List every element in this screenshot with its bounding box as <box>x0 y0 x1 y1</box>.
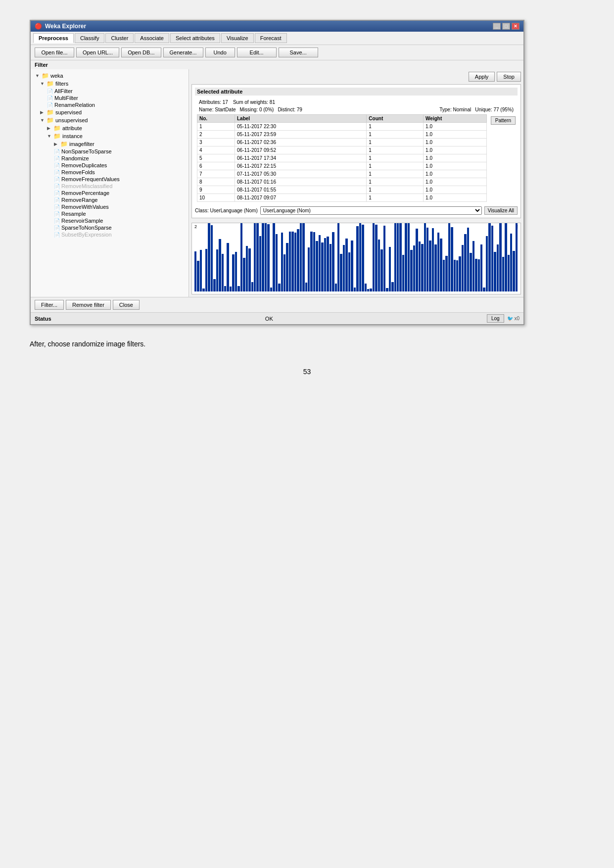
tree-node-supervised[interactable]: ▶ 📁 supervised <box>33 108 186 116</box>
tree-label-removerange: RemoveRange <box>61 197 97 203</box>
histogram-bar <box>429 241 431 291</box>
tree-node-unsupervised[interactable]: ▼ 📁 unsupervised <box>33 116 186 124</box>
table-row: 1008-11-2017 09:0711.0 <box>197 194 487 202</box>
folder-icon-instance: 📁 <box>53 133 61 140</box>
tree-label-subsetbyexpression: SubsetByExpression <box>61 232 112 238</box>
histogram-bar <box>386 288 388 291</box>
save-button[interactable]: Save... <box>279 48 318 57</box>
histogram-bar <box>256 223 258 291</box>
tab-preprocess[interactable]: Preprocess <box>33 33 74 43</box>
log-button[interactable]: Log <box>487 314 504 323</box>
tree-item-randomize[interactable]: 📄 Randomize <box>33 155 186 162</box>
tree-toggle-attribute: ▶ <box>47 126 52 131</box>
file-icon-allfilter: 📄 <box>47 89 53 94</box>
histogram-bar <box>348 252 350 291</box>
histogram-bar <box>419 241 421 291</box>
class-select[interactable]: UserLanguage (Nom) <box>260 206 482 215</box>
histogram-bar <box>456 260 458 291</box>
tab-visualize[interactable]: Visualize <box>221 33 254 43</box>
histogram-bar <box>300 223 302 291</box>
edit-button[interactable]: Edit... <box>237 48 277 57</box>
histogram-bar <box>464 234 466 291</box>
visualize-all-button[interactable]: Visualize All <box>484 206 518 215</box>
tree-toggle-instance: ▼ <box>47 134 52 139</box>
histogram-bar <box>516 223 518 291</box>
tab-cluster[interactable]: Cluster <box>105 33 134 43</box>
col-weight: Weight <box>424 115 487 123</box>
tree-label-attribute: attribute <box>62 125 82 131</box>
tree-node-instance[interactable]: ▼ 📁 instance <box>33 132 186 140</box>
histogram-bar <box>302 223 304 291</box>
histogram-bar <box>281 233 283 291</box>
histogram-bar <box>405 223 407 291</box>
tab-associate[interactable]: Associate <box>135 33 169 43</box>
attr-distinct: Distinct: 79 <box>278 107 302 112</box>
maximize-button[interactable]: □ <box>502 23 510 30</box>
weka-icon: 🔴 <box>35 23 42 30</box>
tree-item-removerange[interactable]: 📄 RemoveRange <box>33 196 186 203</box>
tree-item-removefrequent[interactable]: 📄 RemoveFrequentValues <box>33 176 186 183</box>
close-button[interactable]: ✕ <box>512 23 520 30</box>
apply-button[interactable]: Apply <box>469 72 495 82</box>
histogram-bar <box>391 282 393 291</box>
histogram-bar <box>462 245 464 291</box>
remove-filter-button[interactable]: Remove filter <box>66 300 111 310</box>
tree-label-imagefilter: imagefilter <box>69 141 94 147</box>
histogram-bar <box>291 232 293 291</box>
tree-item-removewithvalues[interactable]: 📄 RemoveWithValues <box>33 203 186 210</box>
tree-node-imagefilter[interactable]: ▶ 📁 imagefilter <box>33 140 186 148</box>
open-db-button[interactable]: Open DB... <box>121 48 161 57</box>
histogram-bar <box>378 240 380 291</box>
tree-item-reservoirsample[interactable]: 📄 ReservoirSample <box>33 217 186 224</box>
histogram-bar <box>505 223 507 291</box>
tree-node-filters[interactable]: ▼ 📁 filters <box>33 80 186 88</box>
histogram-bar <box>375 225 377 291</box>
histogram-bar <box>213 279 215 291</box>
histogram-bar <box>470 253 472 291</box>
histogram-bar <box>448 223 450 291</box>
tree-item-renamerelation[interactable]: 📄 RenameRelation <box>33 101 186 108</box>
minimize-button[interactable]: _ <box>493 23 501 30</box>
generate-button[interactable]: Generate... <box>163 48 203 57</box>
histogram-bar <box>513 251 515 291</box>
tree-item-removepercentage[interactable]: 📄 RemovePercentage <box>33 190 186 196</box>
histogram-bar <box>380 249 382 291</box>
tab-forecast[interactable]: Forecast <box>255 33 287 43</box>
attributes-count: Attributes: 17 <box>199 99 228 105</box>
tree-label-instance: instance <box>62 133 83 139</box>
tree-item-multifilter[interactable]: 📄 MultiFilter <box>33 95 186 101</box>
tree-label-randomize: Randomize <box>61 155 89 161</box>
tree-root-weka[interactable]: ▼ 📁 weka <box>33 72 186 80</box>
tree-item-removeduplicates[interactable]: 📄 RemoveDuplicates <box>33 162 186 169</box>
histogram-bar <box>194 251 196 291</box>
histogram-bar <box>502 257 504 291</box>
histogram-bar <box>424 223 426 291</box>
open-file-button[interactable]: Open file... <box>35 48 74 57</box>
pattern-button[interactable]: Pattern <box>491 116 516 125</box>
open-url-button[interactable]: Open URL... <box>76 48 119 57</box>
filter-label: Filter <box>31 60 523 69</box>
histogram-bar <box>367 289 369 291</box>
col-count: Count <box>367 115 424 123</box>
status-ok: OK <box>265 316 273 322</box>
histogram-bar <box>227 243 229 291</box>
histogram-bar <box>316 241 318 291</box>
tree-node-attribute[interactable]: ▶ 📁 attribute <box>33 124 186 132</box>
histogram-bar <box>356 226 358 291</box>
stop-button[interactable]: Stop <box>497 72 521 82</box>
tab-classify[interactable]: Classify <box>75 33 105 43</box>
close-button[interactable]: Close <box>113 300 140 310</box>
histogram-bar <box>330 244 331 291</box>
tree-item-nonsparseto[interactable]: 📄 NonSparseToSparse <box>33 148 186 155</box>
class-label: Class: UserLanguage (Nom) <box>195 208 258 213</box>
tree-item-resample[interactable]: 📄 Resample <box>33 210 186 217</box>
tree-item-allfilter[interactable]: 📄 AllFilter <box>33 88 186 95</box>
tree-label-multifilter: MultiFilter <box>54 95 78 101</box>
tree-item-sparsetononparse[interactable]: 📄 SparseToNonSparse <box>33 224 186 231</box>
tab-select-attributes[interactable]: Select attributes <box>170 33 220 43</box>
undo-button[interactable]: Undo <box>205 48 235 57</box>
tree-item-removefolds[interactable]: 📄 RemoveFolds <box>33 169 186 176</box>
filter-button[interactable]: Filter... <box>35 300 64 310</box>
attr-missing: Missing: 0 (0%) <box>239 107 274 112</box>
file-icon-removemisclassified: 📄 <box>54 184 60 189</box>
